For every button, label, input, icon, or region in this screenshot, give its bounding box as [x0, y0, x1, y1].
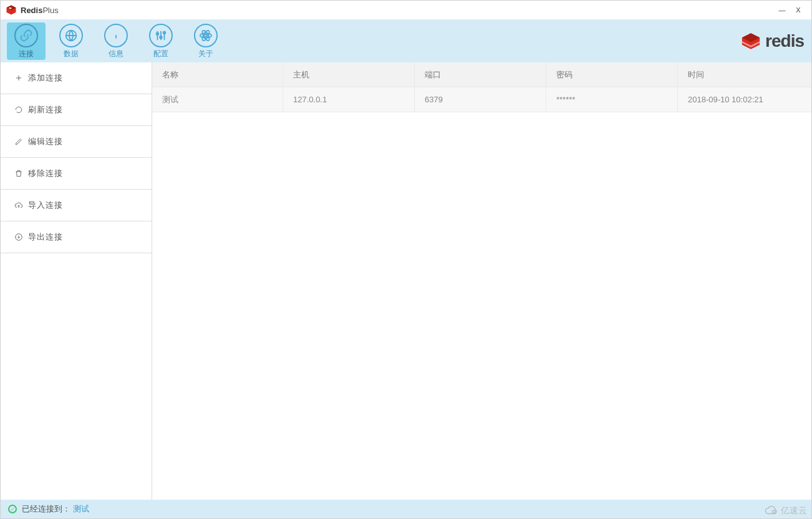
sidebar-item-export[interactable]: 导出连接 [1, 221, 152, 253]
cell-time: 2018-09-10 10:02:21 [678, 87, 811, 112]
redis-icon [739, 31, 763, 52]
cloud-icon [765, 506, 778, 516]
refresh-icon [14, 105, 23, 114]
title-prefix: Redis [21, 6, 42, 15]
link-icon [14, 24, 38, 47]
cell-password: ****** [546, 87, 678, 112]
col-time[interactable]: 时间 [678, 62, 811, 87]
app-icon [6, 4, 17, 16]
status-ok-icon [8, 505, 17, 513]
sidebar-item-import[interactable]: 导入连接 [1, 190, 152, 221]
sidebar-item-refresh[interactable]: 刷新连接 [1, 94, 152, 126]
title-bar: RedisPlus — X [1, 1, 811, 20]
table-header: 名称 主机 端口 密码 时间 [152, 62, 811, 87]
svg-point-10 [772, 510, 775, 513]
minimize-button[interactable]: — [774, 6, 790, 14]
col-password[interactable]: 密码 [546, 62, 678, 87]
atom-icon [194, 24, 218, 47]
toolbar: 连接 数据 信息 配置 关于 redis [1, 20, 811, 62]
tab-about[interactable]: 关于 [186, 22, 225, 60]
main: 添加连接 刷新连接 编辑连接 移除连接 导入连接 导出连接 名称 主机 端口 密… [1, 62, 811, 500]
globe-icon [59, 24, 83, 47]
col-name[interactable]: 名称 [152, 62, 283, 87]
tab-data[interactable]: 数据 [52, 22, 90, 60]
cell-port: 6379 [415, 87, 546, 112]
sidebar-item-remove[interactable]: 移除连接 [1, 158, 152, 190]
table-row[interactable]: 测试 127.0.0.1 6379 ****** 2018-09-10 10:0… [152, 87, 811, 112]
pencil-icon [14, 137, 23, 146]
plus-icon [14, 74, 23, 82]
svg-point-0 [9, 7, 12, 9]
col-port[interactable]: 端口 [415, 62, 546, 87]
tab-connection[interactable]: 连接 [7, 22, 46, 60]
svg-point-5 [205, 34, 207, 37]
close-button[interactable]: X [790, 6, 806, 14]
cell-name: 测试 [152, 87, 283, 112]
download-icon [14, 233, 23, 241]
info-icon [104, 24, 128, 47]
col-host[interactable]: 主机 [283, 62, 415, 87]
trash-icon [14, 169, 23, 178]
brand-logo: redis [739, 31, 804, 52]
sidebar-item-add[interactable]: 添加连接 [1, 62, 152, 94]
title-suffix: Plus [42, 6, 58, 15]
status-label: 已经连接到： [22, 503, 70, 515]
brand-text: redis [765, 31, 804, 51]
cloud-upload-icon [14, 201, 23, 210]
cell-host: 127.0.0.1 [283, 87, 415, 112]
watermark: 亿速云 [765, 505, 807, 517]
status-target[interactable]: 测试 [73, 503, 89, 515]
content: 名称 主机 端口 密码 时间 测试 127.0.0.1 6379 ****** … [152, 62, 811, 500]
sidebar: 添加连接 刷新连接 编辑连接 移除连接 导入连接 导出连接 [1, 62, 152, 500]
sidebar-item-edit[interactable]: 编辑连接 [1, 126, 152, 158]
tab-info[interactable]: 信息 [97, 22, 135, 60]
app-title: RedisPlus [21, 6, 774, 15]
sliders-icon [149, 24, 173, 47]
status-bar: 已经连接到： 测试 [1, 500, 811, 518]
tab-config[interactable]: 配置 [142, 22, 180, 60]
